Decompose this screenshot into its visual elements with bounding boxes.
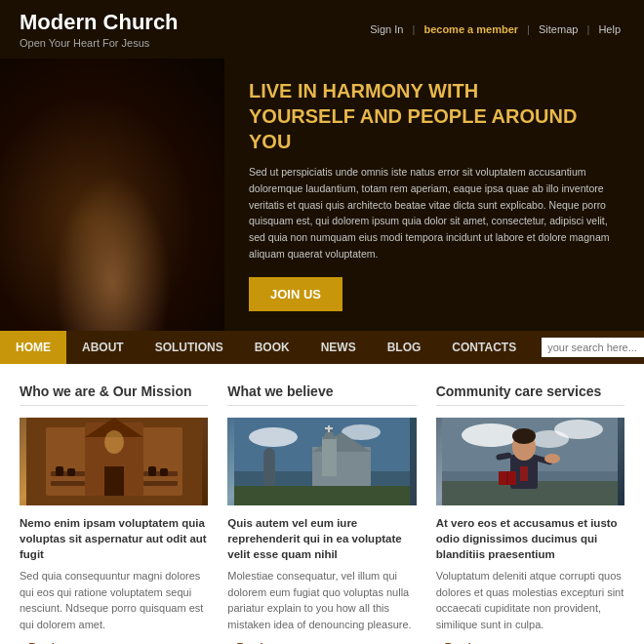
col-img-2 [227,418,416,505]
col-bold-1: Nemo enim ipsam voluptatem quia voluptas… [20,515,208,562]
svg-rect-6 [51,481,85,486]
hero-section: LIVE IN HARMONY WITH YOURSELF AND PEOPLE… [0,59,644,331]
svg-point-40 [544,454,560,463]
nav-news[interactable]: NEWS [305,331,372,364]
header-nav: Sign In | become a member | Sitemap | He… [366,23,624,35]
help-link[interactable]: Help [598,23,621,35]
svg-point-16 [249,427,298,447]
svg-rect-20 [322,437,337,476]
col-title-3: Community care services [436,383,624,406]
nav-blog[interactable]: BLOG [372,331,437,364]
signin-link[interactable]: Sign In [370,23,403,35]
column-mission: Who we are & Our Mission [20,383,208,644]
col-title-2: What we believe [227,383,416,406]
svg-point-36 [512,428,536,444]
svg-point-30 [462,423,520,447]
nav-book[interactable]: BOOK [239,331,305,364]
hero-title: LIVE IN HARMONY WITH YOURSELF AND PEOPLE… [249,78,620,154]
svg-rect-12 [148,466,156,476]
hero-content: LIVE IN HARMONY WITH YOURSELF AND PEOPLE… [224,59,644,331]
svg-rect-10 [56,466,63,476]
sitemap-link[interactable]: Sitemap [539,23,578,35]
church-image [20,418,208,505]
logo-tagline: Open Your Heart For Jesus [20,37,179,49]
nav-items: HOME ABOUT SOLUTIONS BOOK NEWS BLOG CONT… [0,331,532,364]
col-img-1 [20,418,208,505]
statue-image [227,418,416,505]
svg-point-9 [104,430,124,454]
col-text-3: Voluptatum deleniti atque corrupti quos … [436,568,624,632]
nav-about[interactable]: ABOUT [66,331,140,364]
hero-title-line1: LIVE IN HARMONY WITH [249,78,620,103]
svg-rect-11 [67,468,75,476]
col-text-1: Sed quia consequuntur magni dolores qui … [20,568,208,632]
col-img-3 [436,418,624,505]
hero-body-text: Sed ut perspiciatis unde omnis iste natu… [249,164,620,262]
svg-rect-4 [104,466,124,496]
svg-rect-24 [325,427,333,429]
become-member-link[interactable]: become a member [423,23,518,35]
search-input[interactable] [542,338,644,357]
hero-image [0,59,224,331]
col-bold-2: Quis autem vel eum iure reprehenderit qu… [227,515,416,562]
nav-search-area: 🔍 [532,332,644,362]
col-text-2: Molestiae consequatur, vel illum qui dol… [227,568,416,632]
hero-title-line2: YOURSELF AND PEOPLE AROUND YOU [249,103,620,154]
logo-title: Modern Church [20,10,179,35]
svg-rect-37 [520,466,528,481]
nav-home[interactable]: HOME [0,331,66,364]
col-title-1: Who we are & Our Mission [20,383,208,406]
svg-point-32 [530,430,569,448]
svg-rect-13 [160,468,168,476]
navbar: HOME ABOUT SOLUTIONS BOOK NEWS BLOG CONT… [0,331,644,364]
join-us-button[interactable]: JOIN US [249,277,342,311]
man-image [436,418,624,505]
col-bold-3: At vero eos et accusamus et iusto odio d… [436,515,624,562]
svg-point-26 [263,448,275,462]
nav-solutions[interactable]: SOLUTIONS [140,331,239,364]
nav-contacts[interactable]: CONTACTS [436,331,532,364]
column-believe: What we believe [227,383,416,644]
svg-rect-27 [234,486,410,505]
header: Modern Church Open Your Heart For Jesus … [0,0,644,59]
logo-area: Modern Church Open Your Heart For Jesus [20,10,179,49]
svg-rect-8 [143,481,178,486]
main-content: Who we are & Our Mission [0,364,644,644]
column-community: Community care services [436,383,624,644]
